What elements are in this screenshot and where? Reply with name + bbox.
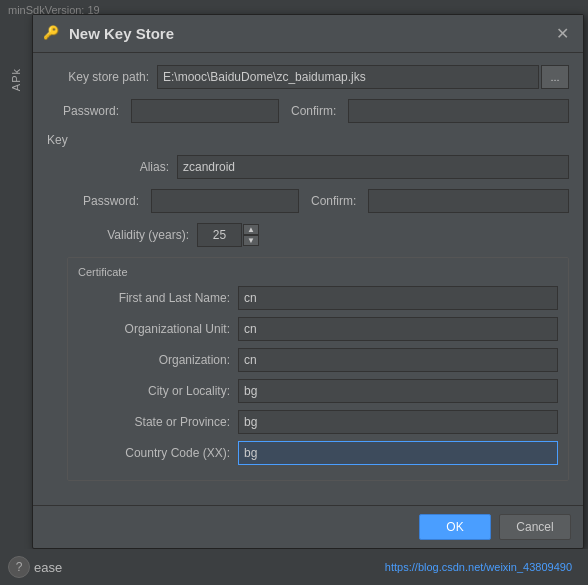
keystore-password-label: Password:	[47, 104, 127, 118]
key-section-label: Key	[47, 133, 569, 147]
spinner-buttons: ▲ ▼	[243, 224, 259, 246]
key-section: Key Alias: Password: Confirm: Validity (…	[47, 133, 569, 481]
cert-input-1[interactable]	[238, 317, 558, 341]
keystore-confirm-input[interactable]	[348, 99, 569, 123]
spinner-down-button[interactable]: ▼	[243, 235, 259, 246]
cert-input-3[interactable]	[238, 379, 558, 403]
ok-button[interactable]: OK	[419, 514, 491, 540]
validity-input[interactable]	[197, 223, 242, 247]
close-button[interactable]: ✕	[551, 23, 573, 45]
cert-input-4[interactable]	[238, 410, 558, 434]
key-confirm-input[interactable]	[368, 189, 569, 213]
bottom-link: https://blog.csdn.net/weixin_43809490	[385, 561, 572, 573]
dialog-footer: OK Cancel	[33, 505, 583, 548]
cert-row-5: Country Code (XX):	[78, 441, 558, 465]
keystore-path-row: Key store path: ...	[47, 65, 569, 89]
keystore-path-input[interactable]	[157, 65, 539, 89]
spinner-up-button[interactable]: ▲	[243, 224, 259, 235]
alias-label: Alias:	[67, 160, 177, 174]
cert-label-3: City or Locality:	[78, 384, 238, 398]
validity-label: Validity (years):	[67, 228, 197, 242]
cert-row-0: First and Last Name:	[78, 286, 558, 310]
certificate-title: Certificate	[78, 266, 558, 278]
cert-label-1: Organizational Unit:	[78, 322, 238, 336]
cert-label-4: State or Province:	[78, 415, 238, 429]
apk-label: APk	[10, 68, 22, 91]
key-password-row: Password: Confirm:	[67, 189, 569, 213]
browse-button[interactable]: ...	[541, 65, 569, 89]
help-button[interactable]: ?	[8, 556, 30, 578]
cert-label-2: Organization:	[78, 353, 238, 367]
validity-spinner: ▲ ▼	[197, 223, 259, 247]
cert-label-5: Country Code (XX):	[78, 446, 238, 460]
key-inner: Alias: Password: Confirm: Validity (year…	[67, 155, 569, 481]
dialog-title: New Key Store	[69, 25, 551, 42]
ease-text: ease	[34, 560, 62, 575]
dialog-titlebar: 🔑 New Key Store ✕	[33, 15, 583, 53]
keystore-confirm-label: Confirm:	[283, 104, 344, 118]
key-confirm-label: Confirm:	[303, 194, 364, 208]
keystore-password-input[interactable]	[131, 99, 279, 123]
cert-label-0: First and Last Name:	[78, 291, 238, 305]
cert-input-0[interactable]	[238, 286, 558, 310]
dialog-body: Key store path: ... Password: Confirm: K…	[33, 53, 583, 505]
cancel-button[interactable]: Cancel	[499, 514, 571, 540]
validity-row: Validity (years): ▲ ▼	[67, 223, 569, 247]
cert-row-2: Organization:	[78, 348, 558, 372]
bottom-bar: ? ease https://blog.csdn.net/weixin_4380…	[0, 549, 588, 585]
dialog-icon: 🔑	[43, 25, 61, 43]
new-key-store-dialog: 🔑 New Key Store ✕ Key store path: ... Pa…	[32, 14, 584, 549]
key-password-input[interactable]	[151, 189, 299, 213]
alias-row: Alias:	[67, 155, 569, 179]
side-panel: APk	[0, 60, 32, 585]
cert-input-5[interactable]	[238, 441, 558, 465]
cert-row-3: City or Locality:	[78, 379, 558, 403]
cert-row-1: Organizational Unit:	[78, 317, 558, 341]
key-password-label: Password:	[67, 194, 147, 208]
cert-input-2[interactable]	[238, 348, 558, 372]
alias-input[interactable]	[177, 155, 569, 179]
certificate-box: Certificate First and Last Name: Organiz…	[67, 257, 569, 481]
keystore-password-row: Password: Confirm:	[47, 99, 569, 123]
cert-row-4: State or Province:	[78, 410, 558, 434]
keystore-path-label: Key store path:	[47, 70, 157, 84]
